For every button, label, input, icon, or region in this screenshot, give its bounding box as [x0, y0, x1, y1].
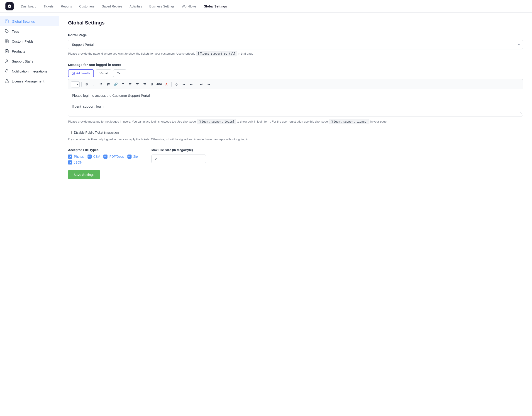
file-types-section: Accepted File Types Photos CSV [68, 148, 523, 164]
disable-public-label[interactable]: Disable Public Ticket interaction [74, 131, 119, 134]
toolbar-blockquote[interactable]: ❝ [120, 81, 126, 87]
portal-page-helper: Please provide the page id where you wan… [68, 51, 523, 57]
sidebar-label-notification-integrations: Notification Integrations [12, 69, 47, 73]
nav-global-settings[interactable]: Global Settings [204, 4, 227, 9]
sidebar-label-products: Products [12, 49, 25, 53]
toolbar-strikethrough[interactable]: ABC [156, 81, 162, 87]
json-checkbox[interactable] [68, 161, 72, 164]
portal-page-section: Portal Page Support Portal ▾ Please prov… [68, 33, 523, 57]
svg-rect-4 [5, 40, 8, 43]
toolbar-underline[interactable]: U [149, 81, 155, 87]
nav-dashboard[interactable]: Dashboard [21, 4, 37, 9]
nav-tickets[interactable]: Tickets [44, 4, 54, 9]
disable-public-section: Disable Public Ticket interaction If you… [68, 131, 523, 142]
toolbar-ordered-list[interactable] [105, 81, 112, 87]
disable-public-row: Disable Public Ticket interaction [68, 131, 523, 134]
zip-label[interactable]: Zip [133, 155, 138, 158]
toolbar-outdent[interactable]: ⇤ [188, 81, 194, 87]
pdf-label[interactable]: PDF/Docs [109, 155, 124, 158]
disable-public-checkbox[interactable] [68, 131, 72, 134]
sidebar-item-custom-fields[interactable]: Custom Fields [0, 36, 59, 46]
toolbar-clear-format[interactable]: ◇ [174, 81, 180, 87]
bag-icon [5, 49, 9, 54]
toolbar-link[interactable]: 🔗 [113, 81, 119, 87]
max-filesize-input[interactable] [152, 154, 206, 163]
editor-resize-handle: ⤡ [520, 111, 522, 115]
file-types-label: Accepted File Types [68, 148, 138, 152]
message-helper-text: Please provide message for not logged in… [68, 119, 523, 124]
sidebar-item-notification-integrations[interactable]: Notification Integrations [0, 66, 59, 76]
file-type-json: JSON [68, 161, 138, 164]
editor-line-1: Please login to access the Customer Supp… [72, 93, 519, 98]
sidebar-item-support-staffs[interactable]: Support Staffs [0, 56, 59, 66]
sidebar-item-global-settings[interactable]: Global Settings [0, 16, 59, 26]
portal-shortcode: [fluent_support_portal] [196, 51, 237, 57]
svg-point-12 [73, 73, 73, 73]
toolbar-text-color[interactable]: A [163, 81, 170, 87]
add-media-button[interactable]: Add media [68, 69, 94, 77]
svg-point-18 [100, 85, 100, 85]
sidebar-label-support-staffs: Support Staffs [12, 59, 33, 63]
nav-reports[interactable]: Reports [61, 4, 72, 9]
svg-rect-0 [5, 20, 8, 23]
editor-body[interactable]: Please login to access the Customer Supp… [68, 89, 523, 116]
second-row-checkboxes: JSON [68, 161, 138, 164]
nav-business-settings[interactable]: Business Settings [149, 4, 175, 9]
toolbar-divider-2 [171, 82, 172, 86]
save-settings-button[interactable]: Save Settings [68, 170, 100, 179]
toolbar-redo[interactable]: ↪ [205, 81, 212, 87]
json-label[interactable]: JSON [74, 161, 82, 164]
layout: Global Settings Tags Custom Fields [0, 13, 532, 416]
photos-label[interactable]: Photos [74, 155, 84, 158]
sidebar-label-global-settings: Global Settings [12, 19, 35, 23]
sidebar-item-products[interactable]: Products [0, 46, 59, 56]
toolbar-align-right[interactable] [142, 81, 148, 87]
toolbar-indent[interactable]: ⇥ [181, 81, 187, 87]
file-types-group: Accepted File Types Photos CSV [68, 148, 138, 164]
zip-checkbox[interactable] [127, 154, 132, 159]
csv-checkbox[interactable] [87, 154, 92, 159]
portal-page-label: Portal Page [68, 33, 523, 37]
sidebar-item-tags[interactable]: Tags [0, 26, 59, 36]
add-media-label: Add media [76, 72, 90, 75]
nav-saved-replies[interactable]: Saved Replies [102, 4, 122, 9]
user-icon [5, 59, 9, 63]
portal-page-select-wrapper: Support Portal ▾ [68, 40, 523, 49]
sidebar-label-license-management: License Management [12, 79, 44, 83]
pdf-checkbox[interactable] [103, 154, 107, 159]
editor-tabs: Add media Visual Text [68, 69, 523, 77]
svg-point-17 [100, 84, 100, 85]
main-content: Global Settings Portal Page Support Port… [59, 13, 532, 416]
portal-page-select[interactable]: Support Portal [68, 40, 523, 49]
file-type-zip: Zip [127, 154, 138, 159]
page-title: Global Settings [68, 20, 523, 26]
toolbar-align-left[interactable] [127, 81, 133, 87]
toolbar-bold[interactable]: B [83, 81, 90, 87]
toolbar-divider-1 [81, 82, 82, 86]
toolbar-align-center[interactable] [134, 81, 141, 87]
svg-point-9 [6, 60, 8, 61]
svg-rect-10 [5, 81, 8, 83]
nav-workflows[interactable]: Workflows [182, 4, 196, 9]
toolbar-unordered-list[interactable] [98, 81, 104, 87]
tab-text[interactable]: Text [113, 69, 126, 77]
table-icon [5, 39, 9, 44]
editor-toolbar: Paragraph B I 🔗 ❝ [68, 79, 523, 89]
toolbar-italic[interactable]: I [91, 81, 97, 87]
message-section: Message for non logged in users Add medi… [68, 63, 523, 124]
file-type-photos: Photos [68, 154, 84, 159]
svg-point-3 [6, 30, 6, 31]
tab-visual[interactable]: Visual [96, 69, 111, 77]
toolbar-undo[interactable]: ↩ [198, 81, 204, 87]
add-media-icon [72, 72, 75, 75]
toolbar-divider-3 [196, 82, 196, 86]
sidebar-item-license-management[interactable]: License Management [0, 76, 59, 86]
paragraph-select[interactable]: Paragraph [71, 81, 80, 87]
top-nav: Dashboard Tickets Reports Customers Save… [0, 0, 532, 13]
photos-checkbox[interactable] [68, 154, 72, 159]
max-filesize-label: Max File Size (in MegaByte) [152, 148, 206, 152]
nav-activities[interactable]: Activities [129, 4, 142, 9]
csv-label[interactable]: CSV [93, 155, 100, 158]
nav-customers[interactable]: Customers [79, 4, 95, 9]
sidebar: Global Settings Tags Custom Fields [0, 13, 59, 416]
